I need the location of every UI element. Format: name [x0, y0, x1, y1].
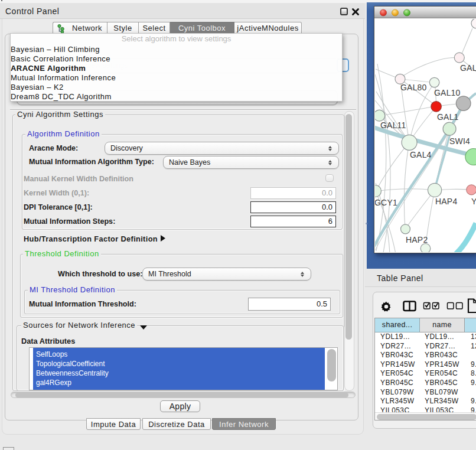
- svg-text:HAP4: HAP4: [435, 197, 457, 206]
- svg-text:GAL7: GAL7: [460, 63, 476, 73]
- svg-text:Y: Y: [471, 197, 476, 206]
- svg-text:GAL1: GAL1: [437, 112, 459, 122]
- svg-text:GAL4: GAL4: [410, 150, 432, 159]
- svg-text:GAL80: GAL80: [400, 83, 427, 92]
- svg-text:SWI4: SWI4: [449, 136, 470, 146]
- svg-text:GAL10: GAL10: [434, 88, 461, 97]
- svg-text:HAP2: HAP2: [406, 235, 428, 244]
- svg-text:GCY1: GCY1: [375, 198, 397, 207]
- svg-text:GAL11: GAL11: [380, 120, 406, 130]
